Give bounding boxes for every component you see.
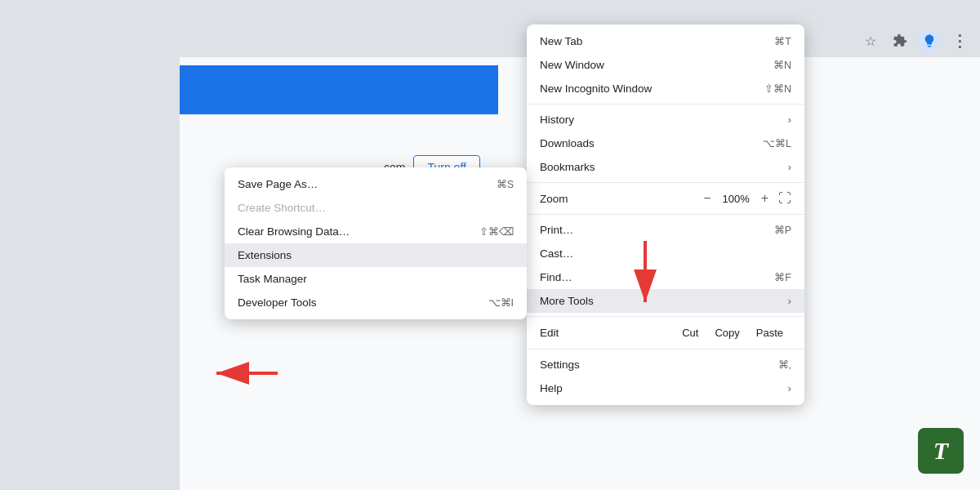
zoom-expand-icon[interactable]: ⛶ — [778, 191, 791, 206]
separator-1 — [527, 104, 804, 105]
zoom-row: Zoom − 100% + ⛶ — [527, 186, 804, 211]
separator-5 — [527, 349, 804, 350]
star-icon[interactable]: ☆ — [859, 29, 882, 52]
menu-item-find[interactable]: Find… ⌘F — [527, 265, 804, 289]
menu-item-new-window[interactable]: New Window ⌘N — [527, 53, 804, 77]
menu-item-help[interactable]: Help › — [527, 376, 804, 400]
history-arrow-icon: › — [788, 114, 792, 126]
menu-item-save-page[interactable]: Save Page As… ⌘S — [225, 172, 527, 196]
menu-item-settings[interactable]: Settings ⌘, — [527, 353, 804, 376]
menu-item-downloads[interactable]: Downloads ⌥⌘L — [527, 131, 804, 155]
chrome-context-menu: New Tab ⌘T New Window ⌘N New Incognito W… — [527, 24, 804, 405]
bookmarks-arrow-icon: › — [788, 161, 792, 173]
menu-item-clear-browsing[interactable]: Clear Browsing Data… ⇧⌘⌫ — [225, 220, 527, 243]
menu-item-task-manager[interactable]: Task Manager — [225, 267, 527, 291]
zoom-value: 100% — [718, 193, 755, 205]
bulb-icon[interactable] — [918, 29, 941, 52]
menu-item-cast[interactable]: Cast… — [527, 242, 804, 265]
zoom-minus-button[interactable]: − — [703, 191, 710, 206]
menu-item-dev-tools[interactable]: Developer Tools ⌥⌘I — [225, 291, 527, 314]
menu-item-create-shortcut[interactable]: Create Shortcut… — [225, 196, 527, 220]
paste-button[interactable]: Paste — [748, 325, 791, 341]
more-tools-submenu: Save Page As… ⌘S Create Shortcut… Clear … — [225, 167, 527, 319]
separator-4 — [527, 316, 804, 317]
logo-corner: T — [918, 428, 964, 474]
menu-item-history[interactable]: History › — [527, 108, 804, 131]
separator-3 — [527, 214, 804, 215]
edit-row: Edit Cut Copy Paste — [527, 320, 804, 345]
help-arrow-icon: › — [788, 382, 792, 394]
menu-item-incognito[interactable]: New Incognito Window ⇧⌘N — [527, 77, 804, 100]
zoom-plus-button[interactable]: + — [761, 191, 768, 206]
more-tools-arrow-icon: › — [788, 295, 792, 307]
logo-letter: T — [933, 437, 948, 465]
cut-button[interactable]: Cut — [674, 325, 706, 341]
extensions-icon[interactable] — [889, 29, 911, 52]
page-blue-header — [180, 65, 498, 114]
separator-2 — [527, 182, 804, 183]
menu-item-new-tab[interactable]: New Tab ⌘T — [527, 29, 804, 53]
menu-item-bookmarks[interactable]: Bookmarks › — [527, 155, 804, 179]
menu-icon[interactable]: ⋮ — [947, 29, 970, 52]
menu-item-more-tools[interactable]: More Tools › — [527, 289, 804, 313]
menu-item-extensions[interactable]: Extensions — [225, 243, 527, 267]
copy-button[interactable]: Copy — [706, 325, 747, 341]
menu-item-print[interactable]: Print… ⌘P — [527, 218, 804, 242]
